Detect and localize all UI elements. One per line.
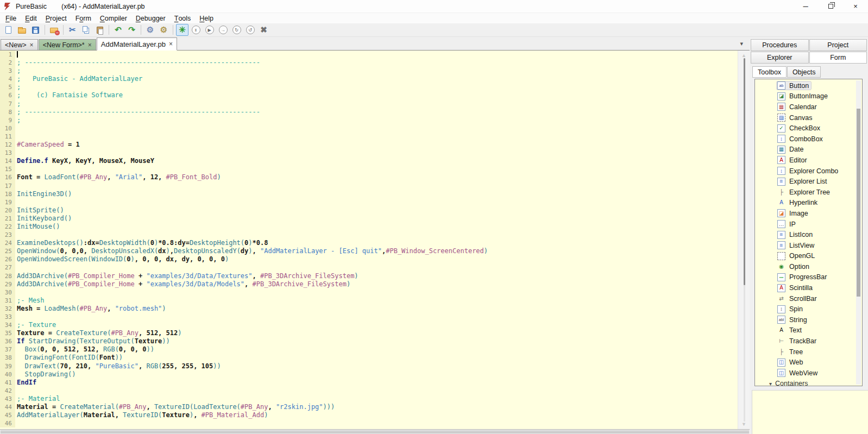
panel-tab-form[interactable]: Form (809, 52, 867, 64)
view-tab-objects[interactable]: Objects (787, 66, 821, 78)
menu-item-file[interactable]: File (1, 13, 21, 23)
undo-button[interactable]: ↶ (112, 24, 124, 36)
app-name: PureBasic (16, 3, 47, 10)
paste-button[interactable] (93, 24, 106, 36)
toolbox-item-checkbox[interactable]: ✓CheckBox (755, 123, 862, 134)
tab-addmateriallayer-pb[interactable]: AddMaterialLayer.pb× (97, 37, 177, 51)
toolbox-item-opengl[interactable]: OpenGL (755, 251, 862, 262)
tab--new-[interactable]: <New>× (1, 39, 38, 50)
line-number: 22 (0, 223, 15, 231)
undo-arrow-icon: ↶ (115, 25, 122, 35)
line-number: 17 (0, 182, 15, 190)
scroll-up-arrow-icon[interactable]: ▲ (738, 53, 750, 58)
toolbox-item-combobox[interactable]: ↕ComboBox (755, 134, 862, 144)
menu-item-help[interactable]: Help (195, 13, 218, 23)
close-button[interactable]: × (843, 0, 868, 12)
scrollbar-icon: ⇄ (777, 294, 785, 303)
toolbox-item-date[interactable]: ▦Date (755, 144, 862, 155)
toolbox-scrollbar[interactable] (856, 80, 861, 385)
toolbox-item-canvas[interactable]: ▨Canvas (755, 112, 862, 123)
run-button[interactable]: ▶ (203, 24, 216, 36)
cut-button[interactable]: ✂ (66, 24, 79, 36)
panel-tab-explorer[interactable]: Explorer (751, 52, 809, 64)
toolbox-item-buttonimage[interactable]: ◪ButtonImage (755, 91, 862, 102)
toolbox-item-progressbar[interactable]: ▪▪▪ProgressBar (755, 272, 862, 283)
toolbox-item-explorer-list[interactable]: ≡Explorer List (755, 176, 862, 187)
code-line: 33 (0, 313, 738, 321)
toolbox-group-containers[interactable]: ▾Containers (755, 379, 862, 386)
pause-button[interactable]: ‖ (190, 24, 202, 36)
open-file-button[interactable] (16, 24, 28, 36)
toolbox-item-label: WebView (789, 369, 817, 377)
line-number: 28 (0, 272, 15, 280)
toolbox-item-editor[interactable]: AEditor (755, 155, 862, 166)
code-editor[interactable]: 12; ------------------------------------… (0, 51, 738, 429)
toolbox-item-string[interactable]: ablString (755, 315, 862, 325)
code-line: 3; (0, 67, 738, 75)
toolbox-item-web[interactable]: ◫Web (755, 357, 862, 368)
view-tab-toolbox[interactable]: Toolbox (752, 66, 787, 78)
toolbox-item-calendar[interactable]: ▦Calendar (755, 102, 862, 112)
compile-run-button[interactable]: ⚙ (158, 24, 170, 36)
step-loop-icon: ↻ (232, 26, 241, 34)
restore-button[interactable] (818, 0, 843, 12)
toolbox-item-option[interactable]: ◉Option (755, 261, 862, 272)
debugger-toggle-button[interactable]: ✳ (176, 24, 188, 36)
menu-item-tools[interactable]: Tools (170, 13, 196, 23)
toolbox-item-ip[interactable]: …IP (755, 219, 862, 230)
toolbox-item-label: Canvas (789, 114, 812, 122)
step-loop-button[interactable]: ↻ (230, 24, 243, 36)
menu-item-form[interactable]: Form (71, 13, 96, 23)
tab-close-icon[interactable]: × (169, 40, 173, 48)
scrollbar-thumb[interactable] (744, 58, 745, 285)
scroll-down-arrow-icon[interactable]: ▼ (738, 422, 750, 427)
toolbox-item-explorer-combo[interactable]: ↕Explorer Combo (755, 166, 862, 177)
line-number: 26 (0, 255, 15, 263)
compile-run-gear-icon: ⚙ (160, 25, 167, 35)
code-line: 27 (0, 263, 738, 272)
step-over-button[interactable]: → (217, 24, 229, 36)
redo-button[interactable]: ↷ (125, 24, 138, 36)
toolbox-item-scintilla[interactable]: AScintilla (755, 282, 862, 293)
toolbox-item-spin[interactable]: ↕Spin (755, 304, 862, 315)
toolbox-item-tree[interactable]: ├Tree (755, 347, 862, 357)
toolbox-item-explorer-tree[interactable]: ├Explorer Tree (755, 187, 862, 198)
panel-tab-project[interactable]: Project (809, 39, 867, 51)
minimize-button[interactable]: ─ (793, 0, 818, 12)
editor-horizontal-scrollbar[interactable] (0, 429, 750, 434)
copy-button[interactable] (80, 24, 92, 36)
toolbox-item-image[interactable]: ◪Image (755, 208, 862, 219)
toolbox-scrollbar-thumb[interactable] (857, 109, 860, 297)
toolbox-item-label: Calendar (789, 103, 817, 111)
toolbox-item-content: ▦Date (777, 146, 806, 154)
editor-vertical-scrollbar[interactable]: ▲ ▼ (738, 51, 750, 429)
save-file-button[interactable] (29, 24, 42, 36)
tab-close-icon[interactable]: × (88, 41, 92, 49)
line-text: InitMouse() (15, 223, 60, 231)
panel-tab-procedures[interactable]: Procedures (751, 39, 809, 51)
toolbox-item-webview[interactable]: ◫WebView (755, 368, 862, 379)
tab--new-form-[interactable]: <New Form>*× (39, 39, 96, 50)
toolbox-item-trackbar[interactable]: ⊢TrackBar (755, 336, 862, 347)
line-text: If StartDrawing(TextureOutput(Texture)) (15, 337, 170, 345)
toolbox-item-hyperlink[interactable]: AHyperlink (755, 198, 862, 209)
menu-item-compiler[interactable]: Compiler (96, 13, 131, 23)
tab-overflow-arrow-icon[interactable]: ▾ (740, 40, 743, 47)
close-file-button[interactable] (48, 24, 60, 36)
line-text: DrawingFont(FontID(Font)) (15, 354, 123, 362)
kill-program-button[interactable]: ✖ (257, 24, 270, 36)
tab-close-icon[interactable]: × (30, 41, 34, 49)
menu-item-edit[interactable]: Edit (21, 13, 41, 23)
compile-button[interactable]: ⚙ (144, 24, 156, 36)
toolbox-item-scrollbar[interactable]: ⇄ScrollBar (755, 293, 862, 304)
toolbox-item-text[interactable]: AText (755, 325, 862, 336)
menu-item-project[interactable]: Project (41, 13, 71, 23)
menu-item-debugger[interactable]: Debugger (131, 13, 170, 23)
line-number: 24 (0, 239, 15, 247)
toolbox-item-listview[interactable]: ≡ListView (755, 240, 862, 251)
step-out-button[interactable]: ↺ (244, 24, 256, 36)
new-file-button[interactable] (2, 24, 15, 36)
toolbox-item-listicon[interactable]: ≡ListIcon (755, 229, 862, 240)
toolbox-item-button[interactable]: abButton (755, 80, 862, 91)
hscrollbar-thumb[interactable] (1, 430, 749, 433)
